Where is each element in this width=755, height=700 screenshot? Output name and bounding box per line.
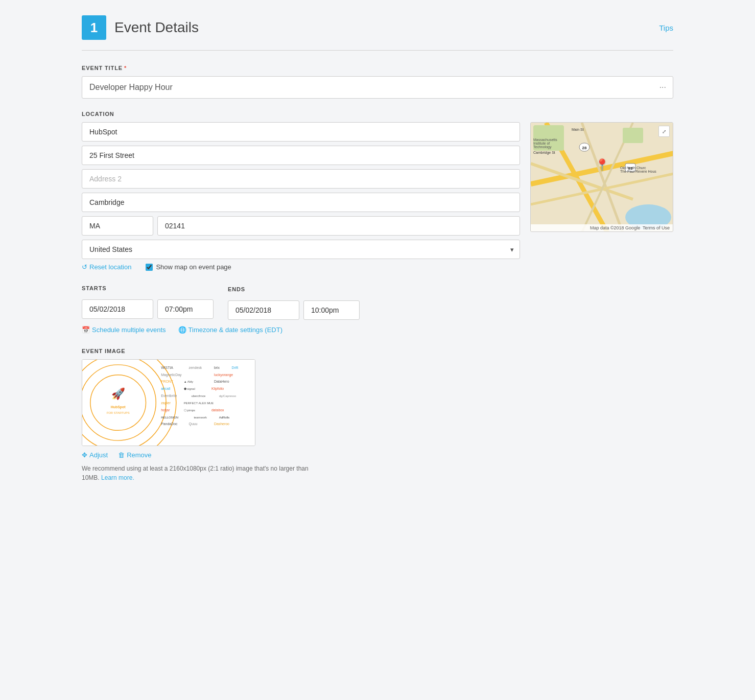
location-map-row: United States Canada United Kingdom Aust… xyxy=(82,122,673,259)
learn-more-link[interactable]: Learn more. xyxy=(101,474,134,481)
datetime-links: 📅 Schedule multiple events 🌐 Timezone & … xyxy=(82,326,673,334)
zip-input[interactable] xyxy=(157,216,520,236)
ends-inputs xyxy=(228,300,360,320)
starts-date-input[interactable] xyxy=(82,299,153,319)
svg-text:ubercfrnce: ubercfrnce xyxy=(191,394,206,398)
event-title-label: EVENT TITLE* xyxy=(82,65,673,71)
trash-icon: 🗑 xyxy=(118,451,125,459)
starts-label: STARTS xyxy=(82,285,214,291)
ends-group: ENDS xyxy=(228,285,360,320)
calendar-icon: 📅 xyxy=(82,326,90,334)
map-pin: 📍 xyxy=(595,158,609,172)
state-zip-row xyxy=(82,216,520,236)
venue-input[interactable] xyxy=(82,122,520,142)
svg-text:zapier: zapier xyxy=(161,401,171,405)
show-map-checkbox[interactable] xyxy=(146,264,153,271)
svg-text:HubSpot: HubSpot xyxy=(111,405,126,409)
svg-text:AdRolls: AdRolls xyxy=(219,416,229,419)
starts-inputs xyxy=(82,299,214,319)
map-background: 93 28 MassachusettsInstitute ofTechnolog… xyxy=(531,123,673,231)
svg-text:PERFECT ALEX MUE: PERFECT ALEX MUE xyxy=(184,402,214,405)
city-input[interactable] xyxy=(82,193,520,212)
starts-group: STARTS xyxy=(82,285,214,319)
globe-icon: 🌐 xyxy=(178,326,186,334)
event-image-label: EVENT IMAGE xyxy=(82,348,673,354)
adjust-icon: ✥ xyxy=(82,451,87,459)
svg-text:⬟ signal: ⬟ signal xyxy=(184,387,195,390)
map-label-cambridge: Cambridge St xyxy=(533,151,555,154)
svg-text:aircall: aircall xyxy=(161,387,171,390)
page-wrapper: 1 Event Details Tips EVENT TITLE* ··· LO… xyxy=(0,0,755,700)
country-select[interactable]: United States Canada United Kingdom Aust… xyxy=(82,240,520,259)
reset-icon: ↺ xyxy=(82,263,87,271)
map-label-main: Main St xyxy=(572,128,584,131)
image-hint: We recommend using at least a 2160x1080p… xyxy=(82,464,327,482)
event-title-wrapper: ··· xyxy=(82,76,673,99)
schedule-multiple-link[interactable]: 📅 Schedule multiple events xyxy=(82,326,166,334)
map-label-church: Old North ChurcThe Paul Revere Hous xyxy=(620,166,656,173)
svg-text:teamwork: teamwork xyxy=(194,416,207,419)
location-section: LOCATION United States Canada United Kin… xyxy=(82,111,673,271)
svg-text:DataHero: DataHero xyxy=(214,380,229,383)
ends-label: ENDS xyxy=(228,286,360,292)
svg-text:brix: brix xyxy=(214,366,220,369)
svg-text:hotjar: hotjar xyxy=(161,408,170,412)
svg-text:🚀: 🚀 xyxy=(111,387,126,401)
timezone-link[interactable]: 🌐 Timezone & date settings (EDT) xyxy=(178,326,282,334)
starts-time-input[interactable] xyxy=(157,299,214,319)
map-thumbnail: 93 28 MassachusettsInstitute ofTechnolog… xyxy=(530,122,673,232)
svg-text:WISTIA: WISTIA xyxy=(161,366,173,369)
required-star: * xyxy=(124,65,127,71)
country-select-wrapper: United States Canada United Kingdom Aust… xyxy=(82,240,520,259)
page-title: Event Details xyxy=(114,19,199,36)
datetime-row: STARTS ENDS xyxy=(82,285,673,320)
show-map-label[interactable]: Show map on event page xyxy=(146,263,231,271)
address2-input[interactable] xyxy=(82,169,520,189)
event-title-input[interactable] xyxy=(82,76,673,99)
svg-text:28: 28 xyxy=(582,146,587,150)
location-fields: United States Canada United Kingdom Aust… xyxy=(82,122,520,259)
reset-location-link[interactable]: ↺ Reset location xyxy=(82,263,131,271)
svg-text:luckyorange: luckyorange xyxy=(214,373,233,377)
step-badge: 1 xyxy=(82,15,106,40)
map-attribution: Map data ©2018 Google Terms of Use xyxy=(531,224,673,231)
svg-text:Klipfolio: Klipfolio xyxy=(211,387,224,391)
svg-text:zendesk: zendesk xyxy=(189,366,202,369)
svg-text:Eventbrite: Eventbrite xyxy=(161,394,177,398)
svg-text:PandaDoc: PandaDoc xyxy=(161,422,178,426)
ends-time-input[interactable] xyxy=(303,300,360,320)
event-title-section: EVENT TITLE* ··· xyxy=(82,65,673,99)
svg-text:FRONT: FRONT xyxy=(161,380,174,383)
remove-image-link[interactable]: 🗑 Remove xyxy=(118,451,151,459)
svg-text:⬡ pimps: ⬡ pimps xyxy=(184,409,195,412)
ends-date-input[interactable] xyxy=(228,300,299,320)
svg-text:FOR STARTUPS: FOR STARTUPS xyxy=(107,411,130,414)
title-options-icon: ··· xyxy=(659,83,666,92)
svg-text:dg/Capresso: dg/Capresso xyxy=(219,394,237,398)
tips-link[interactable]: Tips xyxy=(659,24,673,32)
section-divider xyxy=(82,50,673,51)
adjust-image-link[interactable]: ✥ Adjust xyxy=(82,451,108,459)
svg-text:MagneticDay: MagneticDay xyxy=(161,373,182,377)
page-header: 1 Event Details Tips xyxy=(82,15,673,40)
datetime-section: STARTS ENDS 📅 Schedule multiple events xyxy=(82,285,673,334)
map-label-mit: MassachusettsInstitute ofTechnology xyxy=(533,138,557,149)
header-left: 1 Event Details xyxy=(82,15,199,40)
map-expand-icon[interactable]: ⤢ xyxy=(658,126,670,137)
location-actions: ↺ Reset location Show map on event page xyxy=(82,263,673,271)
image-actions: ✥ Adjust 🗑 Remove xyxy=(82,451,673,459)
address1-input[interactable] xyxy=(82,146,520,165)
svg-rect-9 xyxy=(623,128,643,143)
svg-text:Drift: Drift xyxy=(232,366,239,369)
svg-text:▲ Ably: ▲ Ably xyxy=(184,380,194,383)
hs-image-container: 🚀 HubSpot FOR STARTUPS WISTIA zendesk br… xyxy=(82,360,255,446)
svg-text:Quuu: Quuu xyxy=(189,422,198,426)
event-image-thumbnail: 🚀 HubSpot FOR STARTUPS WISTIA zendesk br… xyxy=(82,359,255,446)
location-label: LOCATION xyxy=(82,111,673,117)
svg-text:Dasheroo: Dasheroo xyxy=(214,422,229,426)
svg-text:databox: databox xyxy=(211,408,224,412)
svg-text:HELLOSIGN: HELLOSIGN xyxy=(161,416,178,419)
event-image-section: EVENT IMAGE 🚀 HubSpot FOR STARTUPS WISTI… xyxy=(82,348,673,482)
state-input[interactable] xyxy=(82,216,153,236)
event-image-svg: 🚀 HubSpot FOR STARTUPS WISTIA zendesk br… xyxy=(82,360,255,446)
